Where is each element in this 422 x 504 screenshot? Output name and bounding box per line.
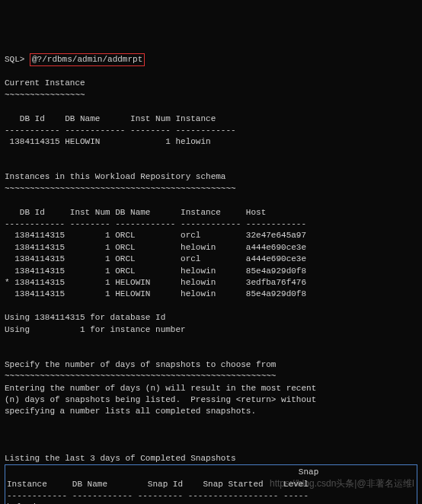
snap-hdr1: Snap bbox=[7, 467, 318, 477]
instances-title: Instances in this Workload Repository sc… bbox=[5, 172, 225, 181]
snapshots-title: Listing the last 3 days of Completed Sna… bbox=[5, 454, 236, 463]
sql-prompt: SQL> bbox=[5, 55, 24, 64]
days-text3: specifying a number lists all completed … bbox=[5, 407, 256, 416]
inst-row-0: 1384114315 1 ORCL orcl 32e47e645a97 bbox=[5, 231, 306, 240]
ci-sep: ----------- ------------ -------- ------… bbox=[5, 126, 236, 135]
using-db-id: Using 1384114315 for database Id bbox=[5, 313, 165, 322]
snap-hdr2: Instance DB Name Snap Id Snap Started Le… bbox=[7, 480, 309, 489]
current-instance-title: Current Instance bbox=[5, 78, 85, 88]
inst-row-2: 1384114315 1 ORCL orcl a444e690ce3e bbox=[5, 254, 306, 263]
days-text1: Entering the number of days (n) will res… bbox=[5, 384, 316, 393]
div1: ~~~~~~~~~~~~~~~~ bbox=[5, 91, 85, 100]
inst-row-3: 1384114315 1 ORCL helowin 85e4a929d0f8 bbox=[5, 266, 306, 276]
watermark: https://blog.csdn头条|@非著名运维I bbox=[270, 477, 414, 490]
inst-headers: DB Id Inst Num DB Name Instance Host bbox=[5, 208, 266, 217]
command-box: @?/rdbms/admin/addmrpt bbox=[30, 53, 145, 66]
div2: ~~~~~~~~~~~~~~~~~~~~~~~~~~~~~~~~~~~~~~~~… bbox=[5, 184, 236, 193]
ci-headers: DB Id DB Name Inst Num Instance bbox=[5, 114, 216, 123]
inst-row-5: 1384114315 1 HELOWIN helowin 85e4a929d0f… bbox=[5, 289, 306, 298]
using-inst-num: Using 1 for instance number bbox=[5, 325, 186, 334]
snap-sep: ------------ ------------ --------- ----… bbox=[7, 491, 309, 500]
inst-row-4: * 1384114315 1 HELOWIN helowin 3edfba76f… bbox=[5, 278, 306, 287]
inst-sep: ------------ -------- ------------ -----… bbox=[5, 219, 306, 228]
days-text2: (n) days of snapshots being listed. Pres… bbox=[5, 395, 316, 404]
command-text: @?/rdbms/admin/addmrpt bbox=[32, 55, 142, 64]
inst-row-1: 1384114315 1 ORCL helowin a444e690ce3e bbox=[5, 243, 306, 252]
ci-row: 1384114315 HELOWIN 1 helowin bbox=[5, 137, 211, 146]
div3: ~~~~~~~~~~~~~~~~~~~~~~~~~~~~~~~~~~~~~~~~… bbox=[5, 372, 276, 381]
days-title: Specify the number of days of snapshots … bbox=[5, 360, 276, 369]
